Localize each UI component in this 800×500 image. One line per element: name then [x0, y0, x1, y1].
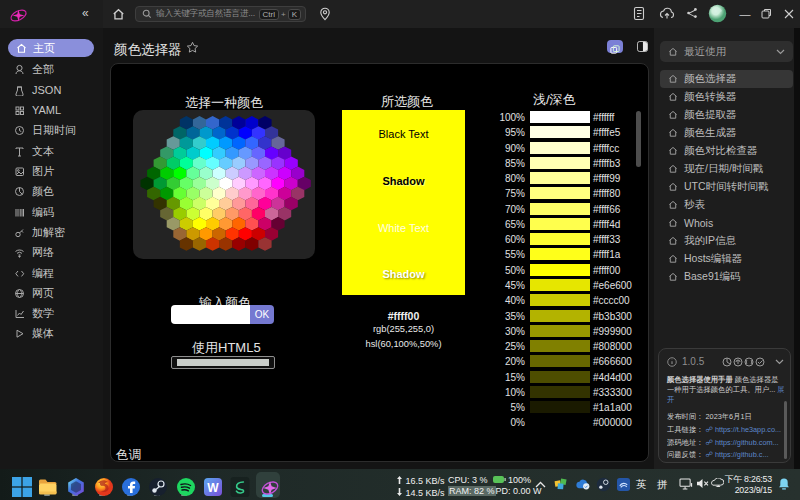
svg-text:W: W [207, 481, 219, 495]
